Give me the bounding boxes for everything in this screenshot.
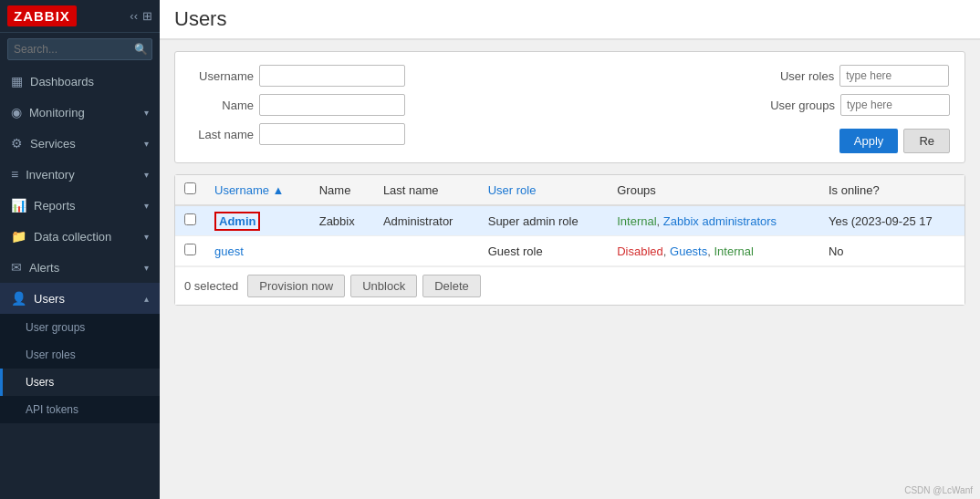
user-roles-label: User roles <box>770 69 834 83</box>
services-icon: ⚙ <box>11 136 23 151</box>
sidebar-item-label: Alerts <box>29 261 144 275</box>
select-all-cell <box>175 175 205 205</box>
sub-nav-label: User groups <box>26 321 85 334</box>
col-name: Name <box>310 175 374 205</box>
sidebar-item-label: Dashboards <box>30 75 149 88</box>
filter-buttons: Apply Re <box>770 129 950 153</box>
users-table: Username ▲ Name Last name User role Grou… <box>175 175 964 266</box>
filter-top-row: Username Name Last name User roles <box>190 65 950 153</box>
sidebar-item-users-link[interactable]: Users <box>0 369 160 396</box>
col-is-online: Is online? <box>819 175 964 205</box>
sidebar-item-api-tokens[interactable]: API tokens <box>0 396 160 423</box>
table-header-row: Username ▲ Name Last name User role Grou… <box>175 175 964 205</box>
chevron-down-icon: ▾ <box>144 201 149 211</box>
sidebar-item-user-roles[interactable]: User roles <box>0 341 160 369</box>
filter-panel: Username Name Last name User roles <box>174 51 965 163</box>
filter-user-groups-group: User groups <box>770 94 950 116</box>
grid-icon[interactable]: ⊞ <box>142 9 152 23</box>
unblock-button[interactable]: Unblock <box>350 275 417 297</box>
provision-now-button[interactable]: Provision now <box>247 275 345 297</box>
sidebar-item-label: Services <box>30 137 144 151</box>
users-table-section: Username ▲ Name Last name User role Grou… <box>174 174 965 306</box>
reset-button[interactable]: Re <box>903 129 950 153</box>
sidebar-item-user-groups[interactable]: User groups <box>0 314 160 341</box>
sidebar-item-data-collection[interactable]: 📁 Data collection ▾ <box>0 221 160 252</box>
apply-button[interactable]: Apply <box>839 129 899 153</box>
search-input[interactable] <box>7 38 152 60</box>
sidebar-item-monitoring[interactable]: ◉ Monitoring ▾ <box>0 97 160 128</box>
search-icon: 🔍 <box>134 43 148 56</box>
sidebar-item-label: Reports <box>34 199 144 213</box>
watermark: CSDN @LcWanf <box>904 485 973 495</box>
name-label: Name <box>190 99 254 112</box>
chevron-down-icon: ▾ <box>144 170 149 180</box>
isonline-cell: No <box>819 236 964 266</box>
alerts-icon: ✉ <box>11 260 22 275</box>
selected-count: 0 selected <box>184 279 238 293</box>
lastname-input[interactable] <box>259 123 405 145</box>
table-bottom-bar: 0 selected Provision now Unblock Delete <box>175 266 964 305</box>
filter-user-roles-group: User roles <box>770 65 950 87</box>
collapse-sidebar-button[interactable]: ‹‹ <box>130 9 138 23</box>
content-area: Username Name Last name User roles <box>160 40 980 499</box>
group-internal-link[interactable]: Internal <box>617 214 656 228</box>
user-roles-input[interactable] <box>839 65 949 87</box>
page-title: Users <box>174 7 226 31</box>
col-lastname: Last name <box>374 175 479 205</box>
row-checkbox[interactable] <box>184 213 196 225</box>
chevron-down-icon: ▾ <box>144 232 149 242</box>
sidebar-item-users[interactable]: 👤 Users ▴ <box>0 283 160 314</box>
sidebar-item-label: Inventory <box>26 168 144 182</box>
groups-cell: Internal, Zabbix administrators <box>608 205 819 236</box>
monitoring-icon: ◉ <box>11 105 22 120</box>
dashboards-icon: ▦ <box>11 74 23 88</box>
sidebar-item-label: Monitoring <box>29 106 144 120</box>
guest-link[interactable]: guest <box>214 244 244 258</box>
inventory-icon: ≡ <box>11 167 18 182</box>
sidebar-item-services[interactable]: ⚙ Services ▾ <box>0 128 160 159</box>
filter-left-col: Username Name Last name <box>190 65 405 153</box>
row-checkbox-cell <box>175 236 205 266</box>
user-groups-input[interactable] <box>840 94 950 116</box>
top-bar: Users <box>160 0 980 40</box>
delete-button[interactable]: Delete <box>422 275 481 297</box>
lastname-cell: Administrator <box>374 205 479 236</box>
filter-lastname-group: Last name <box>190 123 405 145</box>
zabbix-logo: ZABBIX <box>7 5 77 26</box>
sidebar-item-dashboards[interactable]: ▦ Dashboards <box>0 66 160 97</box>
admin-link[interactable]: Admin <box>214 212 260 231</box>
user-groups-label: User groups <box>770 99 835 112</box>
username-input[interactable] <box>259 65 405 87</box>
users-icon: 👤 <box>11 291 26 306</box>
sidebar-item-alerts[interactable]: ✉ Alerts ▾ <box>0 252 160 283</box>
sidebar-item-reports[interactable]: 📊 Reports ▾ <box>0 190 160 221</box>
lastname-cell <box>374 236 479 266</box>
sub-nav-label: User roles <box>26 348 76 361</box>
sidebar-header: ZABBIX ‹‹ ⊞ <box>0 0 160 33</box>
row-checkbox-cell <box>175 205 205 236</box>
select-all-checkbox[interactable] <box>184 182 196 194</box>
name-input[interactable] <box>259 94 405 116</box>
sidebar-item-inventory[interactable]: ≡ Inventory ▾ <box>0 159 160 190</box>
username-cell: guest <box>205 236 310 266</box>
table-row: guest Guest role Disabled, Guests, Inter… <box>175 236 964 266</box>
user-role-cell: Super admin role <box>479 205 609 236</box>
row-checkbox[interactable] <box>184 244 196 255</box>
user-role-cell: Guest role <box>479 236 609 266</box>
table-row: Admin Zabbix Administrator Super admin r… <box>175 205 964 236</box>
username-cell: Admin <box>205 205 310 236</box>
isonline-cell: Yes (2023-09-25 17 <box>819 205 964 236</box>
sidebar-search-area: 🔍 <box>0 33 160 66</box>
main-content: Users Username Name Last name <box>160 0 980 499</box>
col-user-role[interactable]: User role <box>479 175 609 205</box>
col-username[interactable]: Username ▲ <box>205 175 310 205</box>
reports-icon: 📊 <box>11 198 26 213</box>
group-zabbix-admins-link[interactable]: Zabbix administrators <box>663 214 777 228</box>
chevron-down-icon: ▾ <box>144 108 149 118</box>
name-cell <box>310 236 374 266</box>
lastname-label: Last name <box>190 128 254 141</box>
group-guests-link[interactable]: Guests <box>670 244 707 258</box>
group-internal-link2[interactable]: Internal <box>714 244 753 258</box>
chevron-up-icon: ▴ <box>144 294 149 304</box>
data-collection-icon: 📁 <box>11 229 26 244</box>
